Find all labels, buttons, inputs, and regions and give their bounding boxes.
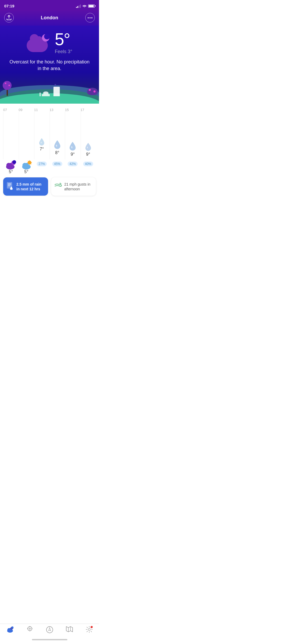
app-header: London xyxy=(0,10,99,26)
wind-card-text: 21 mph gusts in afternoon xyxy=(64,182,93,191)
bush-right-decoration xyxy=(87,88,98,95)
tree-left-decoration xyxy=(3,81,12,96)
landscape-scene xyxy=(0,77,99,104)
weather-main-display: 5° Feels 3° xyxy=(5,31,94,54)
rain-card-icon xyxy=(6,181,14,192)
bottom-07: 5° xyxy=(3,160,19,174)
hour-label-17: 17 xyxy=(81,108,96,112)
current-temperature: 5° xyxy=(55,31,72,48)
hour-label-13: 13 xyxy=(50,108,65,112)
hour-13-slot: 8° xyxy=(50,112,65,159)
chart-data: 7° 8° 9° xyxy=(0,112,99,159)
cloud-moon-small xyxy=(5,160,17,169)
hour-label-15: 15 xyxy=(65,108,81,112)
bottom-17: 40% xyxy=(81,160,96,174)
rain-info-card[interactable]: 2.5 mm of rain in next 12 hrs xyxy=(3,177,48,196)
bottom-13: 45% xyxy=(50,160,65,174)
buildings-decoration xyxy=(39,87,60,96)
bottom-09: 5° xyxy=(19,160,34,174)
chart-grid: 7° 8° 9° xyxy=(0,112,99,159)
bottom-11: 27% xyxy=(34,160,50,174)
hourly-forecast: 07 09 11 13 15 17 7° xyxy=(0,104,99,219)
city-name: London xyxy=(41,15,58,21)
rain-card-text: 2.5 mm of rain in next 12 hrs xyxy=(16,182,45,191)
status-bar: 07:19 xyxy=(0,0,99,10)
hour-label-09: 09 xyxy=(19,108,34,112)
svg-line-22 xyxy=(31,164,31,164)
hour-labels-row: 07 09 11 13 15 17 xyxy=(0,108,99,112)
weather-description: Overcast for the hour. No precipitation … xyxy=(5,59,94,72)
cloud-sun-small xyxy=(21,160,32,169)
hour-label-11: 11 xyxy=(34,108,50,112)
hour-label-07: 07 xyxy=(3,108,19,112)
feels-like: Feels 3° xyxy=(55,49,72,54)
bottom-15: 42% xyxy=(65,160,81,174)
weather-condition-icon xyxy=(27,34,50,52)
temperature-block: 5° Feels 3° xyxy=(55,31,72,54)
svg-point-3 xyxy=(91,17,92,18)
precip-17: 40% xyxy=(83,162,93,166)
precip-15: 42% xyxy=(68,162,78,166)
precip-11: 27% xyxy=(37,162,47,166)
temp-15: 9° xyxy=(71,152,75,157)
signal-icon xyxy=(76,4,81,8)
svg-point-1 xyxy=(88,17,89,18)
info-cards-section: 2.5 mm of rain in next 12 hrs 21 mph gus… xyxy=(0,174,99,198)
status-icons xyxy=(76,4,95,8)
svg-point-12 xyxy=(12,160,16,164)
hour-15-slot: 9° xyxy=(65,112,81,159)
wind-info-card[interactable]: 21 mph gusts in afternoon xyxy=(51,177,96,196)
time-display: 07:19 xyxy=(4,4,14,8)
temp-11: 7° xyxy=(40,147,44,151)
battery-icon xyxy=(88,4,95,8)
hour-11-slot: 7° xyxy=(34,112,50,159)
hour-17-slot: 9° xyxy=(81,112,96,159)
hour-09-slot xyxy=(19,112,34,159)
more-button[interactable] xyxy=(85,13,95,22)
share-button[interactable] xyxy=(4,13,14,22)
weather-hero: 5° Feels 3° Overcast for the hour. No pr… xyxy=(0,26,99,104)
wind-card-icon xyxy=(54,182,62,191)
temp-09: 5° xyxy=(24,169,28,174)
temp-13: 8° xyxy=(55,150,59,155)
bottom-data-row: 5° 5° 27% 45% xyxy=(0,160,99,174)
hour-07-slot xyxy=(3,112,19,159)
svg-point-2 xyxy=(89,17,91,18)
svg-point-0 xyxy=(84,7,85,7)
temp-07: 5° xyxy=(9,169,13,174)
wifi-icon xyxy=(82,4,87,8)
precip-13: 45% xyxy=(52,162,62,166)
svg-line-21 xyxy=(28,161,28,162)
temp-17: 9° xyxy=(86,152,90,157)
